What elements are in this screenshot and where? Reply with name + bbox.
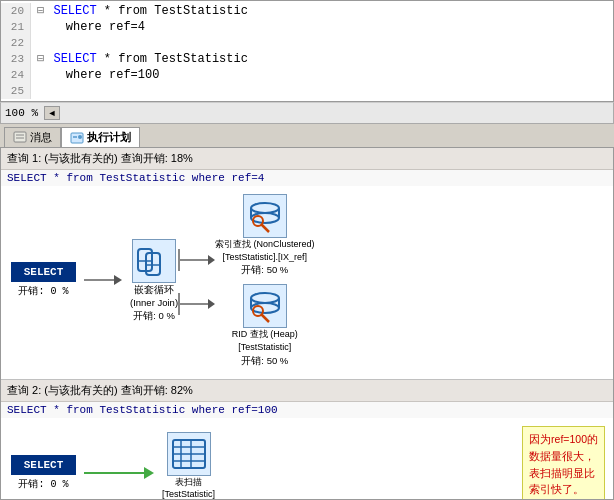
annotation-box: 因为ref=100的 数据量很大， 表扫描明显比 索引快了。 — [522, 426, 605, 500]
svg-point-5 — [78, 135, 82, 139]
query1-nested-loop-node: 嵌套循环 (Inner Join) 开销: 0 % — [130, 239, 178, 323]
code-line-24: 24 where ref=100 — [1, 67, 613, 83]
arrow-bottom — [208, 299, 215, 309]
tab-execution-plan-label: 执行计划 — [87, 130, 131, 145]
keyword-select-2: SELECT — [53, 52, 96, 66]
code-line-25: 25 — [1, 83, 613, 99]
green-arrow — [84, 467, 154, 479]
collapse-icon-20[interactable]: ⊟ — [37, 4, 44, 18]
query1-sql: SELECT * from TestStatistic where ref=4 — [1, 170, 613, 186]
select-box-2: SELECT — [11, 455, 76, 475]
nested-loop-label: 嵌套循环 (Inner Join) — [130, 283, 178, 310]
arrow-head-1 — [114, 275, 122, 285]
line-number-25: 25 — [1, 83, 31, 99]
tab-messages[interactable]: 消息 — [4, 127, 61, 147]
line-content-21: where ref=4 — [31, 19, 145, 35]
line-number-24: 24 — [1, 67, 31, 83]
right-nodes: 索引查找 (NonClustered) [TestStatistic].[IX_… — [215, 194, 315, 367]
messages-icon — [13, 131, 27, 145]
query2-header: 查询 2: (与该批有关的) 查询开销: 82% — [1, 380, 613, 402]
query2-table-scan-node: 表扫描 [TestStatistic] 开销: 100 % — [162, 432, 215, 500]
zoom-bar: 100 % ◄ — [0, 102, 614, 124]
query1-select-node: SELECT 开销: 0 % — [11, 262, 76, 298]
line-number-23: 23 — [1, 51, 31, 67]
table-scan-label: 表扫描 [TestStatistic] — [162, 476, 215, 500]
select-cost-2: 开销: 0 % — [18, 477, 68, 491]
svg-point-10 — [251, 203, 279, 213]
table-scan-icon — [167, 432, 211, 476]
line-number-21: 21 — [1, 19, 31, 35]
tab-messages-label: 消息 — [30, 130, 52, 145]
query2-plan: SELECT 开销: 0 % — [1, 418, 613, 500]
main-container: 20 ⊟ SELECT * from TestStatistic 21 wher… — [0, 0, 614, 500]
line-content-20: ⊟ SELECT * from TestStatistic — [31, 3, 248, 19]
code-line-21: 21 where ref=4 — [1, 19, 613, 35]
keyword-select-1: SELECT — [53, 4, 96, 18]
rid-lookup-cost: 开销: 50 % — [241, 354, 288, 367]
code-line-20: 20 ⊟ SELECT * from TestStatistic — [1, 3, 613, 19]
h-line-top — [180, 259, 208, 261]
collapse-icon-23[interactable]: ⊟ — [37, 52, 44, 66]
green-line — [84, 472, 144, 474]
query2-section: 查询 2: (与该批有关的) 查询开销: 82% SELECT * from T… — [1, 380, 613, 500]
nested-loop-cost: 开销: 0 % — [133, 309, 175, 322]
index-seek-cost: 开销: 50 % — [241, 263, 288, 276]
arrow-top — [208, 255, 215, 265]
h-line-bottom — [180, 303, 208, 305]
query1-index-seek-node: 索引查找 (NonClustered) [TestStatistic].[IX_… — [215, 194, 315, 276]
code-text-1: * from TestStatistic — [104, 4, 248, 18]
code-text-3: * from TestStatistic — [104, 52, 248, 66]
tab-bar: 消息 执行计划 — [0, 124, 614, 148]
branch-connector — [178, 245, 215, 315]
green-arrowhead — [144, 467, 154, 479]
code-text-4: where ref=100 — [37, 68, 159, 82]
results-area[interactable]: 查询 1: (与该批有关的) 查询开销: 18% SELECT * from T… — [0, 148, 614, 500]
query1-section: 查询 1: (与该批有关的) 查询开销: 18% SELECT * from T… — [1, 148, 613, 380]
branch-top — [178, 249, 215, 271]
svg-point-16 — [251, 293, 279, 303]
nested-loop-icon — [132, 239, 176, 283]
tab-execution-plan[interactable]: 执行计划 — [61, 127, 140, 147]
line-content-23: ⊟ SELECT * from TestStatistic — [31, 51, 248, 67]
branch-bottom — [178, 293, 215, 315]
index-seek-label: 索引查找 (NonClustered) [TestStatistic].[IX_… — [215, 238, 315, 263]
rid-lookup-label: RID 查找 (Heap) [TestStatistic] — [232, 328, 298, 353]
execution-plan-icon — [70, 131, 84, 145]
select-cost-1: 开销: 0 % — [18, 284, 68, 298]
query2-select-node: SELECT 开销: 0 % — [11, 455, 76, 491]
query1-rid-lookup-node: RID 查找 (Heap) [TestStatistic] 开销: 50 % — [215, 284, 315, 366]
query1-plan: SELECT 开销: 0 % — [1, 186, 613, 375]
code-line-22: 22 — [1, 35, 613, 51]
svg-rect-0 — [14, 132, 26, 142]
code-line-23: 23 ⊟ SELECT * from TestStatistic — [1, 51, 613, 67]
query1-header: 查询 1: (与该批有关的) 查询开销: 18% — [1, 148, 613, 170]
line-number-20: 20 — [1, 3, 31, 19]
select-box-1: SELECT — [11, 262, 76, 282]
query2-sql: SELECT * from TestStatistic where ref=10… — [1, 402, 613, 418]
zoom-scroll-btn[interactable]: ◄ — [44, 106, 60, 120]
code-editor: 20 ⊟ SELECT * from TestStatistic 21 wher… — [0, 0, 614, 102]
rid-lookup-icon — [243, 284, 287, 328]
code-text-2: where ref=4 — [37, 20, 145, 34]
index-seek-icon — [243, 194, 287, 238]
code-lines: 20 ⊟ SELECT * from TestStatistic 21 wher… — [1, 1, 613, 101]
arrow-line-1 — [84, 279, 114, 281]
zoom-label: 100 % — [5, 107, 38, 119]
line-number-22: 22 — [1, 35, 31, 51]
line-content-24: where ref=100 — [31, 67, 159, 83]
